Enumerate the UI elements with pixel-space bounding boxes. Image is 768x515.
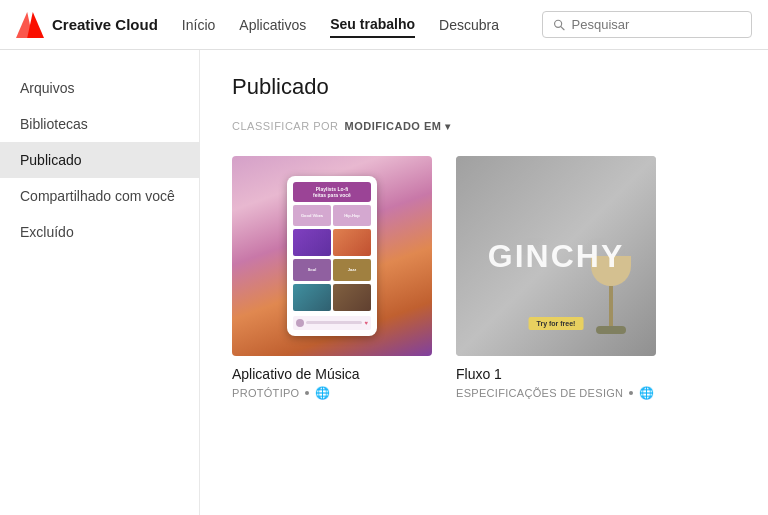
item-thumbnail-fluxo: GINCHY Try for free!	[456, 156, 656, 356]
brand-name: Creative Cloud	[52, 16, 158, 33]
meta-dot-2	[629, 391, 633, 395]
top-navigation: Creative Cloud Início Aplicativos Seu tr…	[0, 0, 768, 50]
sort-label: CLASSIFICAR POR	[232, 120, 339, 132]
nav-seu-trabalho[interactable]: Seu trabalho	[330, 12, 415, 38]
globe-icon: 🌐	[315, 386, 330, 400]
sort-bar: CLASSIFICAR POR MODIFICADO EM ▾	[232, 120, 736, 132]
sort-value-button[interactable]: MODIFICADO EM ▾	[345, 120, 451, 132]
search-box[interactable]	[542, 11, 752, 38]
item-name-music: Aplicativo de Música	[232, 366, 432, 382]
sidebar: Arquivos Bibliotecas Publicado Compartil…	[0, 50, 200, 515]
page-title: Publicado	[232, 74, 736, 100]
nav-inicio[interactable]: Início	[182, 13, 215, 37]
globe-icon-2: 🌐	[639, 386, 654, 400]
item-meta-music: PROTÓTIPO 🌐	[232, 386, 432, 400]
brand-logo: Creative Cloud	[16, 11, 158, 39]
search-input[interactable]	[572, 17, 741, 32]
nav-links: Início Aplicativos Seu trabalho Descubra	[182, 12, 518, 38]
item-meta-fluxo: ESPECIFICAÇÕES DE DESIGN 🌐	[456, 386, 656, 400]
phone-header: Playlists Lo-fifeitas para você	[293, 182, 371, 202]
sort-chevron-icon: ▾	[445, 121, 451, 132]
item-thumbnail-music: Playlists Lo-fifeitas para você Good Vib…	[232, 156, 432, 356]
item-card-fluxo[interactable]: GINCHY Try for free! Fluxo 1 ESPECIFICAÇ…	[456, 156, 656, 400]
svg-line-1	[561, 26, 564, 29]
items-grid: Playlists Lo-fifeitas para você Good Vib…	[232, 156, 736, 400]
item-card-music[interactable]: Playlists Lo-fifeitas para você Good Vib…	[232, 156, 432, 400]
sidebar-item-bibliotecas[interactable]: Bibliotecas	[0, 106, 199, 142]
main-content: Publicado CLASSIFICAR POR MODIFICADO EM …	[200, 50, 768, 515]
sidebar-item-publicado[interactable]: Publicado	[0, 142, 199, 178]
ginchy-design: GINCHY Try for free!	[456, 156, 656, 356]
sidebar-item-arquivos[interactable]: Arquivos	[0, 70, 199, 106]
nav-aplicativos[interactable]: Aplicativos	[239, 13, 306, 37]
sidebar-item-compartilhado[interactable]: Compartilhado com você	[0, 178, 199, 214]
phone-mockup: Playlists Lo-fifeitas para você Good Vib…	[287, 176, 377, 336]
main-layout: Arquivos Bibliotecas Publicado Compartil…	[0, 50, 768, 515]
search-icon	[553, 18, 566, 32]
meta-dot	[305, 391, 309, 395]
adobe-icon	[16, 11, 44, 39]
sidebar-item-excluido[interactable]: Excluído	[0, 214, 199, 250]
item-name-fluxo: Fluxo 1	[456, 366, 656, 382]
nav-descubra[interactable]: Descubra	[439, 13, 499, 37]
